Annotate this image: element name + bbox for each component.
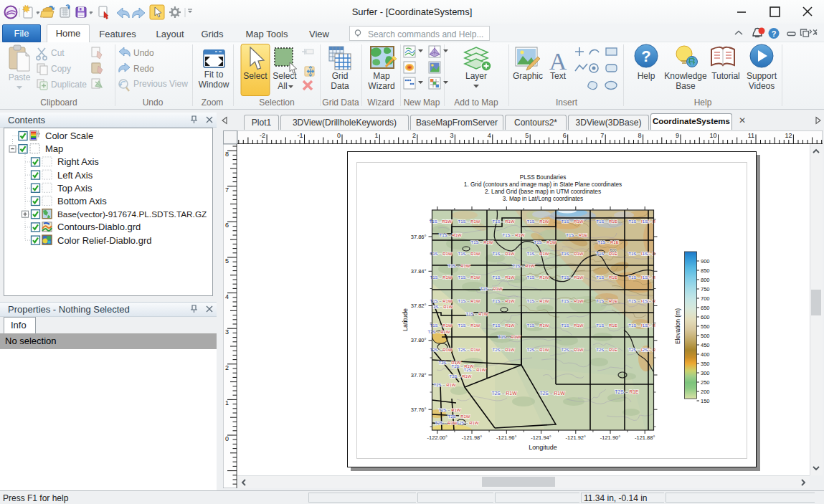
svg-text:T2S – R1W: T2S – R1W xyxy=(438,408,460,412)
svg-text:Map: Map xyxy=(45,143,63,154)
svg-text:T2S – R1W: T2S – R1W xyxy=(561,348,583,352)
svg-text:T2S – R1W: T2S – R1W xyxy=(427,330,450,334)
svg-text:7: 7 xyxy=(225,186,229,194)
svg-text:?: ? xyxy=(772,29,777,38)
svg-text:500: 500 xyxy=(701,333,710,339)
svg-text:10: 10 xyxy=(709,132,716,139)
svg-text:T1S – R1W: T1S – R1W xyxy=(465,312,488,316)
svg-text:T1S – R1W: T1S – R1W xyxy=(561,219,583,224)
svg-text:T2S – R1W: T2S – R1W xyxy=(456,421,478,425)
svg-text:150: 150 xyxy=(701,398,710,404)
svg-text:T2S – R1W: T2S – R1W xyxy=(430,348,452,352)
svg-text:T1S – R1W: T1S – R1W xyxy=(502,233,524,237)
svg-text:T1S – R1W: T1S – R1W xyxy=(526,299,549,303)
svg-text:Redo: Redo xyxy=(133,64,154,74)
svg-text:600: 600 xyxy=(701,314,710,320)
svg-text:Support: Support xyxy=(747,71,777,81)
svg-text:Select: Select xyxy=(243,71,267,81)
svg-text:7: 7 xyxy=(600,132,604,139)
svg-text:1. Grid (contours and image ma: 1. Grid (contours and image map) in Stat… xyxy=(464,181,622,188)
svg-text:2: 2 xyxy=(225,364,229,371)
svg-text:T1S – R1W: T1S – R1W xyxy=(561,252,583,256)
svg-text:650: 650 xyxy=(701,305,710,311)
svg-text:T2S – R1W: T2S – R1W xyxy=(463,368,486,372)
svg-text:PLSS Boundaries: PLSS Boundaries xyxy=(520,174,567,181)
svg-text:T1S – R1W: T1S – R1W xyxy=(492,252,514,256)
svg-text:9: 9 xyxy=(676,132,679,139)
svg-text:37.76°: 37.76° xyxy=(411,406,427,413)
svg-text:Color Relief-Diablo.grd: Color Relief-Diablo.grd xyxy=(57,235,152,246)
svg-text:T2S – R1W: T2S – R1W xyxy=(430,305,453,309)
svg-text:T1S – R1E: T1S – R1E xyxy=(597,240,618,244)
svg-text:4: 4 xyxy=(488,132,491,139)
svg-text:Duplicate: Duplicate xyxy=(51,80,87,90)
svg-text:Bottom Axis: Bottom Axis xyxy=(57,196,107,206)
svg-text:T1S – R1E: T1S – R1E xyxy=(566,233,587,237)
svg-text:Window: Window xyxy=(199,80,229,90)
svg-text:Wizard: Wizard xyxy=(368,81,394,91)
svg-text:T2S – R1W: T2S – R1W xyxy=(458,348,480,352)
svg-text:-121.88°: -121.88° xyxy=(635,434,655,441)
svg-text:T1S – R1E: T1S – R1E xyxy=(596,323,617,328)
svg-text:5: 5 xyxy=(225,257,229,265)
svg-text:Latitude: Latitude xyxy=(402,308,409,331)
svg-text:Text: Text xyxy=(550,71,567,81)
svg-text:T1S – R1W: T1S – R1W xyxy=(526,219,549,224)
svg-text:Knowledge: Knowledge xyxy=(664,71,707,81)
svg-text:Left Axis: Left Axis xyxy=(57,170,93,181)
svg-text:Select: Select xyxy=(273,71,297,81)
svg-text:Top Axis: Top Axis xyxy=(57,183,93,194)
svg-text:250: 250 xyxy=(701,379,710,386)
svg-text:Tutorial: Tutorial xyxy=(711,71,740,81)
svg-text:T1S – R1W: T1S – R1W xyxy=(430,252,452,256)
svg-text:T2S – R1W: T2S – R1W xyxy=(433,383,455,387)
svg-text:Elevation (m): Elevation (m) xyxy=(674,308,681,344)
svg-text:-1: -1 xyxy=(297,132,303,139)
svg-text:T1S – R1E: T1S – R1E xyxy=(596,252,617,256)
svg-text:8: 8 xyxy=(225,151,229,158)
svg-text:T1S – R1W: T1S – R1W xyxy=(561,299,583,303)
svg-text:1: 1 xyxy=(225,399,229,406)
svg-text:Right Axis: Right Axis xyxy=(57,156,99,167)
svg-text:Contours-Diablo.grd: Contours-Diablo.grd xyxy=(57,222,141,232)
svg-text:Color Scale: Color Scale xyxy=(45,130,93,141)
svg-text:37.84°: 37.84° xyxy=(411,268,427,275)
svg-text:3: 3 xyxy=(450,132,453,139)
svg-text:Previous View: Previous View xyxy=(133,79,188,89)
svg-text:350: 350 xyxy=(701,361,710,367)
svg-text:T1S – R1W: T1S – R1W xyxy=(512,264,534,268)
svg-text:T1S – R1W: T1S – R1W xyxy=(430,299,452,303)
svg-text:T2S – R1W: T2S – R1W xyxy=(539,391,565,396)
svg-text:Undo: Undo xyxy=(133,48,154,58)
svg-text:8: 8 xyxy=(638,132,642,139)
svg-text:T1S – R1W: T1S – R1W xyxy=(498,335,520,339)
svg-text:T2S – R1E: T2S – R1E xyxy=(615,389,639,394)
svg-text:37.86°: 37.86° xyxy=(411,234,427,240)
svg-text:750: 750 xyxy=(701,286,710,293)
svg-text:1: 1 xyxy=(374,132,378,139)
svg-text:T1S – R1W: T1S – R1W xyxy=(470,240,493,244)
svg-text:37.82°: 37.82° xyxy=(411,303,427,309)
svg-text:200: 200 xyxy=(701,389,710,395)
svg-text:Cut: Cut xyxy=(51,48,65,58)
svg-text:Base(vector)-917674.PL.SDTS.TA: Base(vector)-917674.PL.SDTS.TAR.GZ xyxy=(57,209,207,219)
svg-text:Fit to: Fit to xyxy=(204,70,224,80)
svg-text:T1S – R1W: T1S – R1W xyxy=(458,275,480,280)
svg-text:T2S – R1W: T2S – R1W xyxy=(492,348,514,352)
svg-text:0: 0 xyxy=(337,132,341,139)
svg-text:Copy: Copy xyxy=(51,64,71,74)
svg-text:400: 400 xyxy=(701,351,710,358)
svg-text:-121.94°: -121.94° xyxy=(531,434,551,441)
svg-text:11: 11 xyxy=(748,132,754,139)
svg-text:T1S – R1W: T1S – R1W xyxy=(429,219,451,224)
svg-text:-121.96°: -121.96° xyxy=(496,434,516,441)
svg-text:All: All xyxy=(278,81,287,91)
svg-text:T1S – R1W: T1S – R1W xyxy=(492,323,514,328)
svg-text:T2S – R1W: T2S – R1W xyxy=(526,348,549,352)
svg-text:T1S – R1W: T1S – R1W xyxy=(534,240,556,244)
svg-text:2. Land Grid (base map) in UTM: 2. Land Grid (base map) in UTM coordinat… xyxy=(485,189,601,195)
svg-text:3. Map in Lat/Long coordinates: 3. Map in Lat/Long coordinates xyxy=(503,196,583,202)
svg-text:T2S – R1W: T2S – R1W xyxy=(491,391,517,396)
svg-text:300: 300 xyxy=(701,370,710,376)
svg-text:6: 6 xyxy=(563,132,567,139)
